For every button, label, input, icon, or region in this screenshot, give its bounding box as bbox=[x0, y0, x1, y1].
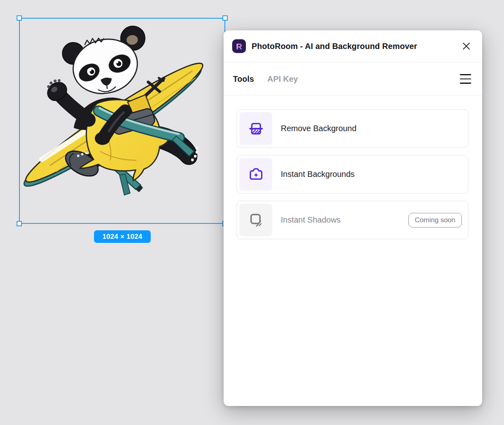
selection-handle-top-right[interactable] bbox=[222, 15, 228, 21]
remove-background-icon bbox=[239, 112, 272, 145]
selection-handle-top-left[interactable] bbox=[17, 15, 22, 21]
hamburger-bar bbox=[460, 74, 471, 75]
plugin-title: PhotoRoom - AI and Background Remover bbox=[252, 42, 461, 51]
instant-shadows-icon bbox=[239, 204, 272, 236]
tab-tools[interactable]: Tools bbox=[233, 74, 254, 84]
tool-card-remove-background[interactable]: Remove Background bbox=[237, 109, 468, 148]
svg-text:R: R bbox=[236, 42, 242, 51]
photoroom-logo: R bbox=[232, 39, 246, 53]
selected-image-panda-surfboard[interactable] bbox=[19, 18, 225, 224]
tool-card-instant-backgrounds[interactable]: Instant Backgrounds bbox=[237, 155, 468, 193]
coming-soon-badge: Coming soon bbox=[408, 213, 462, 227]
hamburger-menu-button[interactable] bbox=[460, 74, 471, 84]
tool-list: Remove Background Instant Backgrounds In… bbox=[224, 96, 482, 239]
plugin-header: R PhotoRoom - AI and Background Remover bbox=[224, 30, 482, 62]
plugin-tab-bar: Tools API Key bbox=[224, 62, 482, 96]
photoroom-plugin-window: R PhotoRoom - AI and Background Remover … bbox=[224, 30, 482, 406]
hamburger-bar bbox=[460, 83, 471, 84]
hamburger-bar bbox=[460, 79, 471, 80]
tool-label: Remove Background bbox=[281, 124, 357, 133]
tool-card-instant-shadows[interactable]: Instant Shadows Coming soon bbox=[237, 201, 468, 239]
tab-api-key[interactable]: API Key bbox=[267, 74, 298, 84]
tool-label: Instant Backgrounds bbox=[281, 170, 355, 179]
selection-handle-bottom-left[interactable] bbox=[17, 221, 22, 226]
canvas-selection[interactable] bbox=[19, 18, 225, 224]
selection-dimensions-badge: 1024 × 1024 bbox=[94, 230, 151, 243]
close-icon bbox=[461, 41, 472, 51]
instant-backgrounds-icon bbox=[239, 158, 272, 191]
close-button[interactable] bbox=[461, 41, 472, 51]
tool-label: Instant Shadows bbox=[281, 215, 341, 225]
